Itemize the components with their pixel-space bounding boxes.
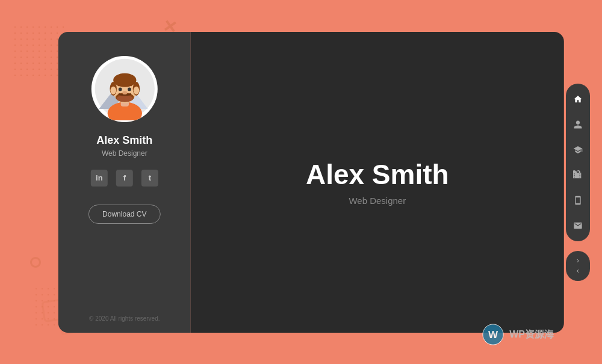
svg-point-14 [110,87,116,94]
nav-about-icon[interactable] [569,116,586,133]
nav-pill [566,84,590,241]
nav-contact-icon[interactable] [569,217,586,234]
bg-circle [30,257,41,268]
download-cv-button[interactable]: Download CV [88,205,160,224]
svg-text:W: W [488,329,498,341]
twitter-icon[interactable]: t [141,170,158,187]
main-title: Web Designer [349,196,406,206]
facebook-icon[interactable]: f [116,170,133,187]
nav-arrow-pill[interactable]: › ‹ [566,251,590,281]
nav-education-icon[interactable] [569,141,586,158]
svg-point-13 [122,91,127,94]
right-nav: › ‹ [566,84,590,281]
svg-point-9 [118,88,122,91]
social-icons: in f t [91,170,158,187]
svg-point-12 [116,95,132,102]
nav-portfolio-icon[interactable] [569,167,586,184]
sidebar-card: Alex Smith Web Designer in f t Download … [58,32,191,333]
sidebar-name: Alex Smith [96,134,152,147]
nav-next-icon[interactable]: › [577,256,579,266]
nav-services-icon[interactable] [569,192,586,209]
avatar [92,56,158,122]
main-content-area: Alex Smith Web Designer [191,32,564,333]
main-container: Alex Smith Web Designer in f t Download … [58,32,564,333]
watermark-text: WP资源海 [509,329,554,341]
nav-prev-icon[interactable]: ‹ [577,266,579,276]
wp-logo-icon: W [482,323,504,346]
main-name: Alex Smith [306,158,449,191]
svg-point-10 [128,88,131,91]
watermark: W WP资源海 [482,323,554,346]
sidebar-footer: © 2020 All rights reserved. [89,315,160,322]
linkedin-icon[interactable]: in [91,170,108,187]
svg-point-15 [133,87,139,94]
sidebar-title: Web Designer [102,149,147,158]
nav-home-icon[interactable] [569,91,586,108]
svg-point-6 [113,73,136,87]
